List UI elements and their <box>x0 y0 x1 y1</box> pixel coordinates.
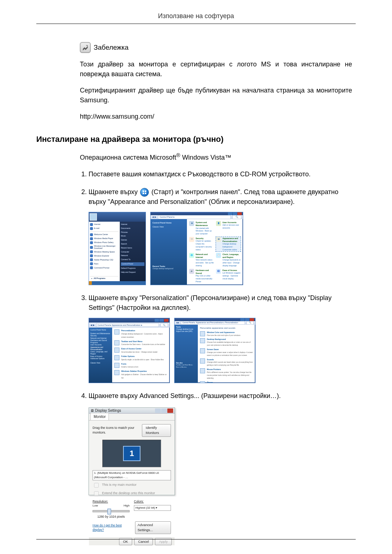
monitor-select[interactable]: 1. (Multiple Monitors) on NVIDIA GeForce… <box>93 470 171 480</box>
os-a: Операционна система Microsoft <box>80 154 176 161</box>
note-paragraph-1: Този драйвер за монитора е сертифициран … <box>80 59 352 79</box>
page: Използване на софтуера Забележка Този др… <box>0 0 392 554</box>
step-4: Щракнете върху Advanced Settings... (Раз… <box>89 391 352 495</box>
os-b: Windows Vista™ <box>180 154 232 161</box>
note-heading: Забележка <box>80 42 352 53</box>
page-header: Използване на софтуера <box>36 12 356 24</box>
section-title: Инсталиране на драйвера за монитора (ръч… <box>36 135 352 144</box>
start-left: Internet E-mail Welcome Center Windows M… <box>89 222 120 281</box>
footer-rule <box>36 539 356 539</box>
step-2-screenshots: Internet E-mail Welcome Center Windows M… <box>89 212 352 285</box>
svg-rect-0 <box>143 190 144 192</box>
note-label: Забележка <box>94 44 128 52</box>
screenshot-personalization: ◀ ▶Control Panel ▸ Appearance and Person… <box>174 318 256 383</box>
extend-checkbox <box>94 491 99 496</box>
start-right: Internet Documents Pictures Music Games … <box>120 222 146 281</box>
svg-rect-3 <box>145 193 146 194</box>
reg-mark: ® <box>176 152 180 158</box>
steps-list: Поставете вашия компактдиск с Ръководств… <box>80 169 352 495</box>
content: Забележка Този драйвер за монитора е сер… <box>36 42 356 495</box>
step-4-screenshots: 🖥 Display Settings Monitor Drag the icon… <box>89 407 352 495</box>
step-3-screenshots: ◀ ▶Control Panel ▸ Appearance and Person… <box>89 318 352 383</box>
advanced-settings-button[interactable]: Advanced Settings... <box>135 521 171 534</box>
resolution-slider[interactable] <box>93 510 130 512</box>
step-4-text: Щракнете върху Advanced Settings... (Раз… <box>89 392 281 399</box>
step-1-text: Поставете вашия компактдиск с Ръководств… <box>89 171 311 178</box>
help-link[interactable]: How do I get the best display? <box>93 523 133 533</box>
screenshot-display-settings: 🖥 Display Settings Monitor Drag the icon… <box>89 407 175 495</box>
step-3: Щракнете върху "Personalization" (Персон… <box>89 293 352 383</box>
main-monitor-checkbox <box>94 483 99 488</box>
colors-select[interactable]: Highest (32 bit) ▾ <box>134 505 171 511</box>
start-orb-icon <box>140 188 149 197</box>
header-rule <box>36 24 356 24</box>
svg-rect-2 <box>143 193 144 194</box>
os-line: Операционна система Microsoft® Windows V… <box>80 152 352 161</box>
screenshot-start-menu: Internet E-mail Welcome Center Windows M… <box>89 212 146 285</box>
note-url: http://www.samsung.com/ <box>80 112 352 122</box>
identify-monitors-button[interactable]: Identify Monitors <box>142 424 171 437</box>
screenshot-appearance: ◀ ▶Control Panel ▸ Appearance and Person… <box>89 318 170 383</box>
screenshot-control-panel: ◀ ▶ Control Panel ▸ 🔍 Control Panel Home… <box>150 212 243 285</box>
note-paragraph-2: Сертифицираният драйвер ще бъде публикув… <box>80 86 352 105</box>
step-2a: Щракнете върху <box>89 188 139 196</box>
note-icon <box>80 42 91 53</box>
step-2: Щракнете върху (Старт) и "контролния пан… <box>89 187 352 285</box>
step-1: Поставете вашия компактдиск с Ръководств… <box>89 169 352 179</box>
step-3-text: Щракнете върху "Personalization" (Персон… <box>89 294 332 311</box>
svg-rect-1 <box>145 190 146 192</box>
